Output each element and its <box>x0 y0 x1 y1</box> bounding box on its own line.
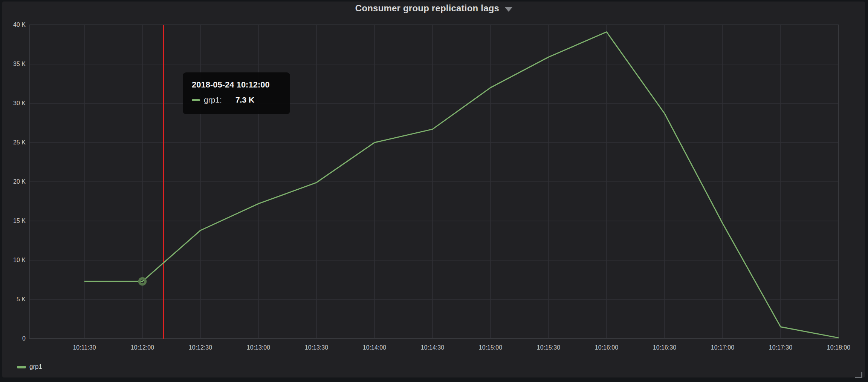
legend-label: grp1 <box>29 362 42 371</box>
legend-color-dash-icon <box>17 366 26 368</box>
tooltip-series-value: 7.3 K <box>235 95 254 104</box>
chart-plot-area[interactable] <box>0 0 868 382</box>
x-axis-tick-label: 10:13:30 <box>290 344 343 352</box>
panel-header: Consumer group replication lags <box>0 0 868 17</box>
tooltip-timestamp: 2018-05-24 10:12:00 <box>192 80 281 90</box>
x-axis-tick-label: 10:12:30 <box>174 344 227 352</box>
x-axis-tick-label: 10:16:30 <box>638 344 691 352</box>
tooltip-series-label: grp1: <box>204 95 222 104</box>
x-axis-tick-label: 10:17:30 <box>754 344 807 352</box>
y-axis-tick-label: 40 K <box>0 21 26 29</box>
y-axis-tick-label: 10 K <box>0 256 26 264</box>
caret-down-icon[interactable] <box>504 7 513 12</box>
y-axis-tick-label: 25 K <box>0 138 26 147</box>
y-axis-tick-label: 20 K <box>0 178 26 186</box>
y-axis-tick-label: 0 <box>0 334 26 343</box>
legend-item-grp1[interactable]: grp1 <box>17 362 42 371</box>
x-axis-tick-label: 10:12:00 <box>116 344 169 352</box>
grafana-graph-panel-screenshot: { "page": { "background_color": "#141619… <box>0 0 868 382</box>
panel-resize-handle-icon[interactable] <box>855 372 862 378</box>
y-axis-tick-label: 5 K <box>0 295 26 304</box>
x-axis-tick-label: 10:11:30 <box>58 344 111 352</box>
x-axis-tick-label: 10:15:30 <box>522 344 575 352</box>
x-axis-tick-label: 10:13:00 <box>232 344 285 352</box>
panel-title[interactable]: Consumer group replication lags <box>355 3 499 14</box>
horizontal-grid-lines <box>29 25 839 339</box>
x-axis-tick-label: 10:17:00 <box>696 344 749 352</box>
y-axis-tick-label: 30 K <box>0 99 26 107</box>
x-axis-tick-label: 10:18:00 <box>812 344 865 352</box>
y-axis-tick-label: 35 K <box>0 60 26 68</box>
x-axis-tick-label: 10:14:30 <box>406 344 459 352</box>
x-axis-tick-label: 10:15:00 <box>464 344 517 352</box>
y-axis-tick-label: 15 K <box>0 217 26 225</box>
series-color-dash-icon <box>192 99 200 101</box>
hover-tooltip: 2018-05-24 10:12:00 grp1: 7.3 K <box>183 72 290 114</box>
x-axis-tick-label: 10:14:00 <box>348 344 401 352</box>
x-axis-tick-label: 10:16:00 <box>580 344 633 352</box>
tooltip-series-row: grp1: 7.3 K <box>192 95 281 104</box>
